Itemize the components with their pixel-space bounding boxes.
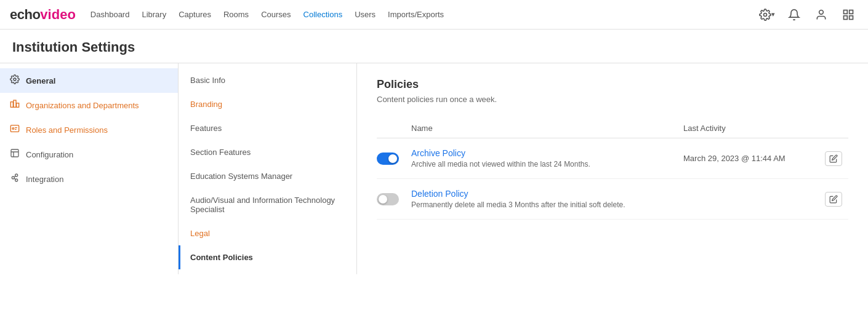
svg-rect-3 bbox=[850, 10, 853, 14]
policies-description: Content policies run once a week. bbox=[377, 95, 848, 104]
logo-video: video bbox=[40, 7, 75, 23]
deletion-policy-name[interactable]: Deletion Policy bbox=[411, 189, 683, 199]
sidebar-item-general[interactable]: General bbox=[0, 68, 178, 93]
svg-rect-9 bbox=[17, 103, 19, 108]
sidebar-general-label: General bbox=[26, 76, 55, 85]
nav-dashboard[interactable]: Dashboard bbox=[90, 10, 130, 19]
top-navigation: echovideo Dashboard Library Captures Roo… bbox=[0, 0, 868, 30]
archive-last-activity: March 29, 2023 @ 11:44 AM bbox=[683, 154, 819, 163]
integration-icon bbox=[10, 173, 20, 185]
nav-icons: ▾ bbox=[757, 5, 858, 25]
policies-table: Name Last Activity Archive Policy Arch bbox=[377, 119, 848, 220]
svg-point-11 bbox=[12, 128, 14, 130]
svg-point-0 bbox=[764, 13, 767, 16]
svg-rect-4 bbox=[844, 15, 848, 19]
settings-dropdown-icon: ▾ bbox=[771, 10, 775, 18]
archive-toggle-container bbox=[377, 153, 411, 165]
sidebar-integration-label: Integration bbox=[26, 175, 63, 184]
mid-education-systems[interactable]: Education Systems Manager bbox=[179, 164, 356, 188]
deletion-toggle-container bbox=[377, 193, 411, 205]
nav-users[interactable]: Users bbox=[355, 10, 376, 19]
main-content: Policies Content policies run once a wee… bbox=[357, 63, 868, 274]
archive-policy-name[interactable]: Archive Policy bbox=[411, 148, 683, 158]
nav-library[interactable]: Library bbox=[142, 10, 166, 19]
deletion-edit-button[interactable] bbox=[825, 192, 842, 207]
archive-action bbox=[819, 151, 848, 166]
mid-av-specialist[interactable]: Audio/Visual and Information Technology … bbox=[179, 188, 356, 221]
middle-sidebar: Basic Info Branding Features Section Fea… bbox=[179, 63, 357, 274]
svg-point-6 bbox=[14, 78, 16, 81]
mid-legal[interactable]: Legal bbox=[179, 221, 356, 245]
nav-links: Dashboard Library Captures Rooms Courses… bbox=[90, 10, 757, 19]
organizations-icon bbox=[10, 99, 20, 111]
col-header-name: Name bbox=[377, 124, 683, 133]
deletion-action bbox=[819, 192, 848, 207]
archive-toggle[interactable] bbox=[377, 153, 399, 165]
svg-rect-8 bbox=[14, 100, 16, 107]
svg-point-1 bbox=[819, 10, 824, 14]
policy-row-archive: Archive Policy Archive all media not vie… bbox=[377, 138, 848, 179]
mid-branding[interactable]: Branding bbox=[179, 92, 356, 116]
svg-rect-7 bbox=[10, 102, 13, 108]
mid-content-policies[interactable]: Content Policies bbox=[179, 245, 356, 269]
mid-features[interactable]: Features bbox=[179, 116, 356, 140]
settings-button[interactable]: ▾ bbox=[757, 5, 777, 25]
logo[interactable]: echovideo bbox=[10, 7, 76, 23]
svg-rect-5 bbox=[850, 15, 853, 19]
deletion-policy-info: Deletion Policy Permanently delete all m… bbox=[411, 189, 683, 209]
left-sidebar: General Organizations and Departments Ro… bbox=[0, 63, 179, 274]
logo-echo: echo bbox=[10, 7, 40, 23]
notifications-button[interactable] bbox=[784, 5, 804, 25]
general-icon bbox=[10, 74, 20, 87]
sidebar-item-organizations[interactable]: Organizations and Departments bbox=[0, 93, 178, 117]
archive-edit-button[interactable] bbox=[825, 151, 842, 166]
svg-rect-2 bbox=[844, 10, 848, 14]
user-profile-button[interactable] bbox=[811, 5, 831, 25]
sidebar-roles-label: Roles and Permissions bbox=[26, 125, 108, 135]
nav-captures[interactable]: Captures bbox=[179, 10, 211, 19]
content-area: General Organizations and Departments Ro… bbox=[0, 63, 868, 274]
deletion-toggle[interactable] bbox=[377, 193, 399, 205]
sidebar-organizations-label: Organizations and Departments bbox=[26, 101, 139, 110]
sidebar-item-roles[interactable]: Roles and Permissions bbox=[0, 117, 178, 142]
grid-button[interactable] bbox=[838, 5, 858, 25]
sidebar-configuration-label: Configuration bbox=[26, 150, 73, 159]
archive-policy-info: Archive Policy Archive all media not vie… bbox=[411, 148, 683, 168]
sidebar-item-configuration[interactable]: Configuration bbox=[0, 142, 178, 167]
roles-icon bbox=[10, 124, 20, 136]
archive-policy-desc: Archive all media not viewed within the … bbox=[411, 160, 683, 168]
deletion-policy-desc: Permanently delete all media 3 Months af… bbox=[411, 200, 683, 209]
policies-table-header: Name Last Activity bbox=[377, 119, 848, 138]
col-header-activity: Last Activity bbox=[683, 124, 819, 133]
svg-point-13 bbox=[12, 176, 14, 179]
mid-basic-info[interactable]: Basic Info bbox=[179, 68, 356, 92]
nav-courses[interactable]: Courses bbox=[261, 10, 291, 19]
policy-row-deletion: Deletion Policy Permanently delete all m… bbox=[377, 179, 848, 220]
configuration-icon bbox=[10, 148, 20, 160]
col-header-action bbox=[819, 124, 848, 133]
policies-title: Policies bbox=[377, 78, 848, 91]
nav-imports-exports[interactable]: Imports/Exports bbox=[388, 10, 444, 19]
nav-rooms[interactable]: Rooms bbox=[223, 10, 249, 19]
sidebar-item-integration[interactable]: Integration bbox=[0, 167, 178, 191]
mid-section-features[interactable]: Section Features bbox=[179, 140, 356, 164]
nav-collections[interactable]: Collections bbox=[303, 10, 343, 19]
page-title: Institution Settings bbox=[0, 30, 868, 63]
svg-rect-12 bbox=[11, 149, 18, 157]
